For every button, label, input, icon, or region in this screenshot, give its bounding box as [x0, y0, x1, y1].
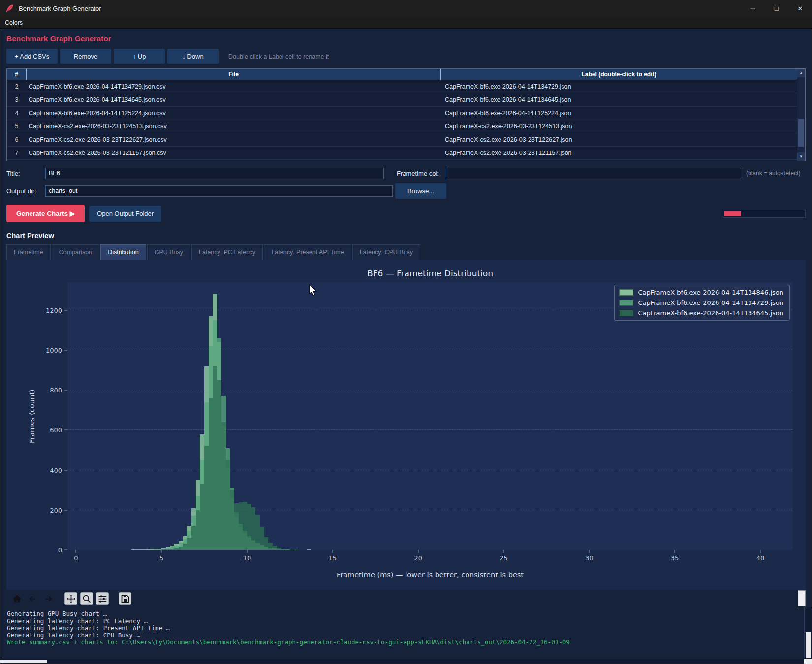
row-num: 4: [7, 107, 27, 120]
pan-icon[interactable]: [64, 592, 77, 605]
tab-latency-pc-latency[interactable]: Latency: PC Latency: [191, 244, 263, 260]
x-tick-mark: [247, 550, 248, 553]
mpl-toolbar: [6, 590, 806, 607]
y-tick-label: 600: [50, 426, 62, 434]
back-icon[interactable]: [26, 592, 39, 605]
row-label[interactable]: CapFrameX-cs2.exe-2026-03-23T124513.json: [441, 120, 797, 133]
frametime-col-input[interactable]: [446, 168, 741, 179]
row-label[interactable]: CapFrameX-bf6.exe-2026-04-14T125224.json: [441, 107, 797, 120]
toolbar-scroll-thumb[interactable]: [798, 590, 806, 606]
row-num: 3: [7, 93, 27, 106]
legend-swatch-icon: [619, 310, 633, 316]
log-scroll-thumb[interactable]: [806, 632, 811, 658]
histogram-bar: [243, 502, 247, 550]
add-csvs-button[interactable]: + Add CSVs: [6, 49, 58, 64]
column-header-file[interactable]: File: [27, 69, 441, 80]
menu-colors[interactable]: Colors: [0, 17, 28, 28]
browse-button[interactable]: Browse...: [395, 183, 446, 199]
tab-frametime[interactable]: Frametime: [6, 244, 51, 260]
table-scrollbar[interactable]: ▲ ▼: [797, 69, 805, 161]
table-row[interactable]: 4 CapFrameX-bf6.exe-2026-04-14T125224.js…: [7, 107, 797, 120]
gridline: [67, 350, 793, 350]
csv-table: # File Label (double-click to edit) 2 Ca…: [6, 68, 806, 161]
x-tick-label: 40: [756, 554, 765, 562]
chart-legend: CapFrameX-bf6.exe-2026-04-14T134846.json…: [614, 285, 790, 321]
table-scroll-track[interactable]: [797, 77, 805, 152]
row-label[interactable]: CapFrameX-bf6.exe-2026-04-14T134729.json: [441, 80, 797, 93]
row-label[interactable]: CapFrameX-cs2.exe-2026-03-23T121157.json: [441, 147, 797, 159]
histogram-bar: [281, 549, 286, 550]
maximize-button[interactable]: □: [765, 0, 788, 17]
log-line: Generating latency chart: Present API Ti…: [7, 625, 797, 632]
scroll-down-icon[interactable]: ▼: [797, 152, 805, 161]
table-row[interactable]: 7 CapFrameX-cs2.exe-2026-03-23T121157.js…: [7, 147, 797, 160]
y-axis-label: Frames (count): [27, 282, 37, 550]
save-icon[interactable]: [119, 592, 131, 605]
gridline: [67, 510, 793, 510]
subplots-config-icon[interactable]: [96, 592, 109, 605]
horizontal-scrollbar[interactable]: [0, 659, 804, 664]
scroll-up-icon[interactable]: ▲: [797, 69, 805, 77]
minimize-button[interactable]: ─: [741, 0, 765, 17]
column-header-label[interactable]: Label (double-click to edit): [441, 69, 797, 80]
histogram-bar: [179, 547, 183, 550]
tab-latency-cpu-busy[interactable]: Latency: CPU Busy: [352, 244, 420, 260]
open-output-folder-button[interactable]: Open Output Folder: [89, 206, 161, 222]
row-label[interactable]: CapFrameX-cs2.exe-2026-03-23T122627.json: [441, 133, 797, 146]
title-input[interactable]: [45, 168, 384, 179]
column-header-num[interactable]: #: [7, 69, 27, 80]
tab-comparison[interactable]: Comparison: [52, 244, 99, 260]
y-tick-label: 1000: [46, 347, 62, 354]
title-row: Title: Frametime col: (blank = auto-dete…: [6, 167, 806, 179]
histogram-bar: [277, 548, 281, 550]
home-icon[interactable]: [10, 592, 23, 605]
y-tick-mark: [64, 510, 67, 510]
log-scrollbar[interactable]: [804, 607, 812, 659]
gridline: [67, 470, 793, 470]
row-label[interactable]: CapFrameX-bf6.exe-2026-04-14T134645.json: [441, 93, 797, 106]
histogram-bar: [273, 546, 277, 550]
chart-tabs: Frametime Comparison Distribution GPU Bu…: [6, 244, 806, 260]
app-window: Benchmark Graph Generator ─ □ ✕ Colors B…: [0, 0, 812, 664]
x-tick-mark: [675, 550, 675, 553]
move-up-button[interactable]: ↑ Up: [114, 49, 165, 64]
y-tick-label: 1200: [46, 306, 62, 314]
forward-icon[interactable]: [42, 592, 55, 605]
csv-table-body: # File Label (double-click to edit) 2 Ca…: [7, 69, 797, 161]
plot-area[interactable]: 0200400600800100012000510152025303540: [67, 282, 793, 550]
horizontal-scroll-thumb[interactable]: [0, 660, 47, 663]
gridline: [67, 390, 793, 390]
table-row[interactable]: 2 CapFrameX-bf6.exe-2026-04-14T134729.js…: [7, 80, 797, 93]
histogram-bar: [166, 549, 170, 550]
histogram-bar: [234, 503, 239, 550]
table-scroll-thumb[interactable]: [798, 119, 804, 147]
table-row[interactable]: 5 CapFrameX-cs2.exe-2026-03-23T124513.js…: [7, 120, 797, 133]
close-button[interactable]: ✕: [788, 0, 812, 17]
y-tick-label: 0: [58, 546, 62, 554]
table-row[interactable]: 3 CapFrameX-bf6.exe-2026-04-14T134645.js…: [7, 93, 797, 107]
app-icon: [5, 3, 15, 13]
histogram-bar: [149, 549, 153, 550]
row-file: CapFrameX-bf6.exe-2026-04-14T134729.json…: [27, 80, 441, 93]
table-row[interactable]: 6 CapFrameX-cs2.exe-2026-03-23T122627.js…: [7, 133, 797, 147]
zoom-icon[interactable]: [80, 592, 93, 605]
legend-label: CapFrameX-bf6.exe-2026-04-14T134846.json: [638, 289, 783, 296]
x-tick-label: 35: [671, 554, 679, 562]
tab-distribution[interactable]: Distribution: [100, 244, 146, 260]
y-tick-mark: [64, 430, 67, 430]
remove-button[interactable]: Remove: [60, 49, 111, 64]
y-tick-mark: [64, 470, 67, 470]
output-dir-input[interactable]: [45, 185, 393, 197]
legend-swatch-icon: [619, 289, 633, 296]
log-console[interactable]: Generating GPU Busy chart … Generating l…: [0, 607, 812, 664]
action-row: Generate Charts ▶ Open Output Folder: [6, 205, 806, 222]
x-tick-mark: [332, 550, 333, 553]
csv-toolbar: + Add CSVs Remove ↑ Up ↓ Down Double-cli…: [6, 49, 806, 64]
x-tick-label: 30: [585, 554, 593, 562]
move-down-button[interactable]: ↓ Down: [167, 49, 219, 64]
tab-gpu-busy[interactable]: GPU Busy: [147, 244, 190, 260]
tab-latency-present-api-time[interactable]: Latency: Present API Time: [264, 244, 351, 260]
generate-charts-button[interactable]: Generate Charts ▶: [6, 205, 85, 222]
legend-entry: CapFrameX-bf6.exe-2026-04-14T134729.json: [619, 299, 783, 306]
output-dir-row: Output dir: Browse...: [6, 185, 806, 197]
